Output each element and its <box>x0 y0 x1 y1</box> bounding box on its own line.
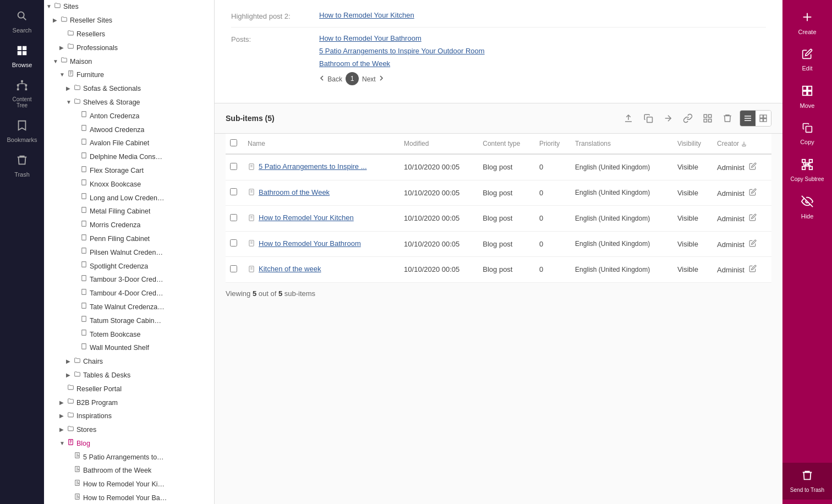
edit-button[interactable]: Edit <box>782 42 832 78</box>
row-checkbox[interactable] <box>230 214 237 221</box>
tree-item-maison[interactable]: ▼Maison <box>44 54 214 68</box>
svg-rect-25 <box>82 180 86 185</box>
tree-item-tatum[interactable]: Tatum Storage Cabin… <box>44 314 214 327</box>
tree-item-furniture[interactable]: ▼Furniture <box>44 68 214 82</box>
tree-item-stores[interactable]: ▶Stores <box>44 423 214 437</box>
link-icon-toolbar[interactable] <box>680 111 696 126</box>
tree-item-bathroom-week[interactable]: Bathroom of the Week <box>44 464 214 478</box>
pagination-back[interactable]: Back <box>319 75 342 83</box>
row-modified: 10/10/2020 00:05 <box>399 180 478 206</box>
post-link[interactable]: 5 Patio Arrangements to Inspire Your Out… <box>319 47 485 55</box>
tree-item-pilsen[interactable]: Pilsen Walnut Creden… <box>44 245 214 259</box>
subitems-title: Sub-items (5) <box>226 114 275 123</box>
tree-item-wall-mounted[interactable]: Wall Mounted Shelf <box>44 341 214 355</box>
sidebar-item-browse[interactable]: Browse <box>0 39 44 74</box>
tree-item-resellers[interactable]: Resellers <box>44 28 214 41</box>
svg-rect-74 <box>764 115 767 118</box>
sidebar-nav: Search Browse Content Tree Bookmarks Tra… <box>0 0 44 504</box>
tree-item-tables-desks[interactable]: ▶Tables & Desks <box>44 369 214 382</box>
highlighted-post-link[interactable]: How to Remodel Your Kitchen <box>319 11 414 19</box>
post-link[interactable]: Bathroom of the Week <box>319 59 485 68</box>
tree-item-avalon[interactable]: Avalon File Cabinet <box>44 136 214 150</box>
tree-item-blog[interactable]: ▼Blog <box>44 437 214 451</box>
tree-item-atwood[interactable]: Atwood Credenza <box>44 123 214 136</box>
grid-view-btn[interactable] <box>756 111 771 126</box>
action-panel: Create Edit Move Copy Copy Subtree Hide <box>782 0 832 504</box>
tree-item-tambour4[interactable]: Tambour 4-Door Cred… <box>44 287 214 300</box>
row-checkbox[interactable] <box>230 163 237 170</box>
row-creator: Administ <box>713 231 771 257</box>
delete-icon-toolbar[interactable] <box>720 111 735 126</box>
select-all-checkbox[interactable] <box>230 139 237 146</box>
row-name-link[interactable]: How to Remodel Your Kitchen <box>259 213 354 222</box>
row-edit-icon[interactable] <box>749 265 757 274</box>
grid-icon-toolbar[interactable] <box>700 111 715 126</box>
sidebar-item-search[interactable]: Search <box>0 4 44 39</box>
tree-item-remodel-bathroom[interactable]: How to Remodel Your Ba… <box>44 491 214 504</box>
row-name-link[interactable]: How to Remodel Your Bathroom <box>259 239 361 248</box>
tree-item-shelves[interactable]: ▼Shelves & Storage <box>44 96 214 109</box>
tree-item-inspirations[interactable]: ▶Inspirations <box>44 409 214 423</box>
move-icon-toolbar[interactable] <box>660 111 676 126</box>
tree-item-totem[interactable]: Totem Bookcase <box>44 327 214 341</box>
tree-item-professionals[interactable]: ▶Professionals <box>44 41 214 54</box>
svg-rect-68 <box>704 119 707 122</box>
row-name-link[interactable]: Bathroom of the Week <box>259 188 330 196</box>
row-checkbox[interactable] <box>230 188 237 195</box>
copy-icon-toolbar[interactable] <box>641 111 656 126</box>
tree-item-anton[interactable]: Anton Credenza <box>44 109 214 123</box>
copy-button[interactable]: Copy <box>782 116 832 152</box>
svg-rect-12 <box>17 89 19 91</box>
tree-item-b2b[interactable]: ▶B2B Program <box>44 396 214 409</box>
tree-item-penn[interactable]: Penn Filing Cabinet <box>44 232 214 246</box>
row-name-link[interactable]: 5 Patio Arrangements to Inspire ... <box>259 162 367 171</box>
tree-item-reseller-sites[interactable]: ▶Reseller Sites <box>44 14 214 28</box>
send-to-trash-button[interactable]: Send to Trash <box>782 463 832 500</box>
sidebar-item-content-tree[interactable]: Content Tree <box>0 74 44 114</box>
row-edit-icon[interactable] <box>749 240 757 249</box>
move-button[interactable]: Move <box>782 78 832 116</box>
tree-item-morris[interactable]: Morris Credenza <box>44 218 214 232</box>
svg-rect-73 <box>760 115 763 118</box>
row-modified: 10/10/2020 00:05 <box>399 154 478 180</box>
svg-rect-8 <box>25 84 28 86</box>
svg-rect-103 <box>809 167 813 170</box>
pagination-page-1[interactable]: 1 <box>346 72 359 85</box>
tree-item-knoxx[interactable]: Knoxx Bookcase <box>44 177 214 191</box>
row-name-link[interactable]: Kitchen of the week <box>259 265 321 273</box>
tree-item-flex-storage[interactable]: Flex Storage Cart <box>44 164 214 178</box>
row-edit-icon[interactable] <box>749 163 757 172</box>
sidebar-item-trash[interactable]: Trash <box>0 149 44 183</box>
tree-item-chairs[interactable]: ▶Chairs <box>44 355 214 369</box>
row-checkbox[interactable] <box>230 265 237 272</box>
copy-subtree-button[interactable]: Copy Subtree <box>782 152 832 189</box>
row-edit-icon[interactable] <box>749 214 757 223</box>
col-creator: Creator <box>713 134 771 154</box>
tree-item-5-patio[interactable]: 5 Patio Arrangements to… <box>44 450 214 464</box>
create-button[interactable]: Create <box>782 4 832 42</box>
row-edit-icon[interactable] <box>749 189 757 198</box>
tree-item-tate-walnut[interactable]: Tate Walnut Credenza… <box>44 300 214 314</box>
subitems-table: Name Modified Content type Priority Tran… <box>226 134 771 283</box>
upload-icon[interactable] <box>621 111 636 126</box>
svg-rect-31 <box>82 262 86 267</box>
post-link[interactable]: How to Remodel Your Bathroom <box>319 34 485 42</box>
tree-item-reseller-portal[interactable]: Reseller Portal <box>44 382 214 396</box>
table-row: Bathroom of the Week 10/10/2020 00:05 Bl… <box>226 180 771 206</box>
tree-item-long-low[interactable]: Long and Low Creden… <box>44 191 214 205</box>
row-translations: English (United Kingdom) <box>571 257 673 283</box>
tree-item-metal-filing[interactable]: Metal Filing Cabinet <box>44 205 214 218</box>
tree-item-remodel-kitchen[interactable]: How to Remodel Your Ki… <box>44 478 214 491</box>
sidebar-item-bookmarks[interactable]: Bookmarks <box>0 114 44 149</box>
tree-item-sofas[interactable]: ▶Sofas & Sectionals <box>44 82 214 96</box>
hide-button[interactable]: Hide <box>782 189 832 226</box>
svg-rect-20 <box>82 112 86 117</box>
row-creator: Administ <box>713 180 771 206</box>
tree-item-sites[interactable]: ▼Sites <box>44 0 214 14</box>
row-checkbox[interactable] <box>230 239 237 246</box>
tree-item-tambour3[interactable]: Tambour 3-Door Cred… <box>44 273 214 287</box>
tree-item-delphine[interactable]: Delphine Media Cons… <box>44 150 214 164</box>
tree-item-spotlight[interactable]: Spotlight Credenza <box>44 259 214 273</box>
list-view-btn[interactable] <box>740 111 756 126</box>
pagination-next[interactable]: Next <box>362 75 384 83</box>
